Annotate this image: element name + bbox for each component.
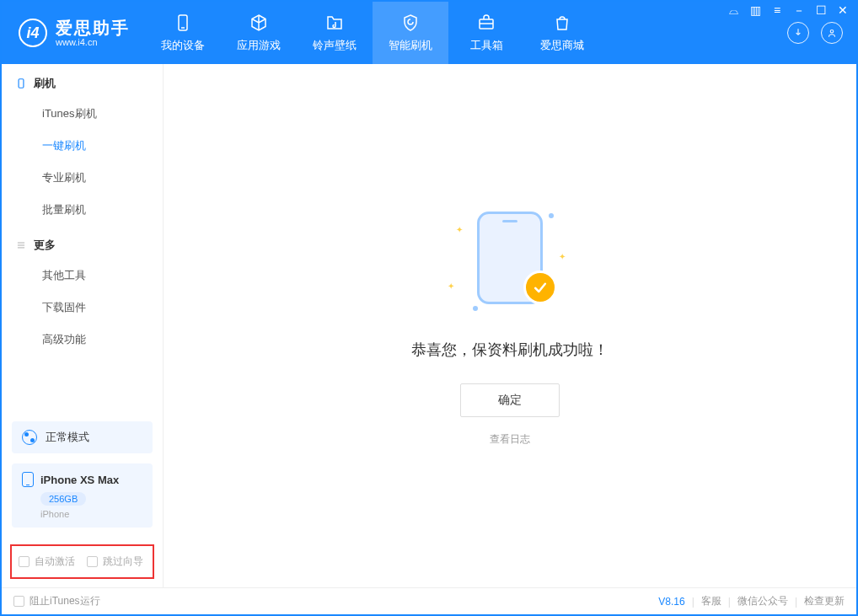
sidebar-item-oneclick[interactable]: 一键刷机 bbox=[2, 130, 163, 162]
app-name: 爱思助手 bbox=[56, 19, 130, 37]
toolbox-icon bbox=[476, 13, 496, 33]
statusbar: 阻止iTunes运行 V8.16 | 客服 | 微信公众号 | 检查更新 bbox=[2, 587, 856, 614]
settings-icon[interactable]: ▥ bbox=[748, 3, 762, 19]
menu-icon[interactable]: ≡ bbox=[770, 3, 784, 19]
maximize-button[interactable]: ☐ bbox=[814, 3, 828, 19]
main-content: ✦✦✦ 恭喜您，保资料刷机成功啦！ 确定 查看日志 bbox=[164, 64, 856, 587]
phone-outline-icon bbox=[15, 78, 27, 89]
logo: i4 爱思助手 www.i4.cn bbox=[2, 2, 145, 64]
sidebar-section-more: 更多 bbox=[2, 226, 163, 260]
svg-rect-4 bbox=[19, 79, 24, 88]
tab-device[interactable]: 我的设备 bbox=[145, 2, 221, 64]
success-illustration: ✦✦✦ bbox=[442, 205, 577, 314]
device-card[interactable]: iPhone XS Max 256GB iPhone bbox=[12, 463, 153, 528]
checkbox-auto-activate[interactable]: 自动激活 bbox=[19, 554, 75, 569]
view-log-link[interactable]: 查看日志 bbox=[490, 432, 530, 447]
body: 刷机 iTunes刷机 一键刷机 专业刷机 批量刷机 更多 其他工具 下载固件 … bbox=[2, 64, 856, 587]
cube-icon bbox=[249, 13, 269, 33]
window-controls: ⌓ ▥ ≡ － ☐ ✕ bbox=[727, 3, 850, 19]
ok-button[interactable]: 确定 bbox=[460, 383, 560, 417]
tab-flash[interactable]: 智能刷机 bbox=[373, 2, 448, 64]
tab-apps[interactable]: 应用游戏 bbox=[221, 2, 297, 64]
bag-icon bbox=[552, 13, 572, 33]
checkbox-icon bbox=[87, 556, 98, 567]
support-link[interactable]: 客服 bbox=[701, 594, 721, 608]
user-button[interactable] bbox=[821, 22, 843, 44]
options-highlight: 自动激活 跳过向导 bbox=[10, 544, 154, 579]
download-button[interactable] bbox=[787, 22, 809, 44]
tshirt-icon[interactable]: ⌓ bbox=[727, 3, 740, 19]
sidebar-item-other[interactable]: 其他工具 bbox=[2, 260, 163, 292]
sidebar-item-itunes[interactable]: iTunes刷机 bbox=[2, 98, 163, 130]
sidebar-item-firmware[interactable]: 下载固件 bbox=[2, 292, 163, 324]
sidebar-item-pro[interactable]: 专业刷机 bbox=[2, 162, 163, 194]
music-folder-icon bbox=[324, 13, 345, 33]
svg-point-3 bbox=[830, 30, 834, 34]
tab-store[interactable]: 爱思商城 bbox=[524, 2, 600, 64]
checkbox-block-itunes[interactable]: 阻止iTunes运行 bbox=[13, 594, 100, 608]
app-url: www.i4.cn bbox=[56, 37, 130, 47]
titlebar: ⌓ ▥ ≡ － ☐ ✕ i4 爱思助手 www.i4.cn 我的设备 应用游戏 … bbox=[2, 2, 856, 64]
device-icon bbox=[22, 472, 34, 487]
phone-icon bbox=[173, 13, 193, 33]
close-button[interactable]: ✕ bbox=[836, 3, 850, 19]
success-message: 恭喜您，保资料刷机成功啦！ bbox=[411, 340, 609, 360]
device-type: iPhone bbox=[40, 509, 142, 519]
list-icon bbox=[15, 239, 27, 251]
shield-icon bbox=[400, 13, 421, 33]
sidebar-section-flash: 刷机 bbox=[2, 64, 163, 98]
wechat-link[interactable]: 微信公众号 bbox=[737, 594, 788, 608]
tab-ringtone[interactable]: 铃声壁纸 bbox=[297, 2, 373, 64]
update-link[interactable]: 检查更新 bbox=[804, 594, 845, 608]
sidebar-item-batch[interactable]: 批量刷机 bbox=[2, 194, 163, 226]
check-icon bbox=[523, 271, 557, 304]
logo-icon: i4 bbox=[19, 19, 47, 47]
sidebar-item-advanced[interactable]: 高级功能 bbox=[2, 324, 163, 356]
checkbox-skip-guide[interactable]: 跳过向导 bbox=[87, 554, 143, 569]
tab-toolbox[interactable]: 工具箱 bbox=[448, 2, 524, 64]
main-tabs: 我的设备 应用游戏 铃声壁纸 智能刷机 工具箱 爱思商城 bbox=[145, 2, 600, 64]
version-label: V8.16 bbox=[658, 596, 684, 608]
device-name: iPhone XS Max bbox=[40, 474, 119, 486]
checkbox-icon bbox=[13, 596, 24, 607]
minimize-button[interactable]: － bbox=[792, 3, 806, 19]
mode-icon bbox=[22, 430, 37, 445]
checkbox-icon bbox=[19, 556, 29, 567]
sidebar: 刷机 iTunes刷机 一键刷机 专业刷机 批量刷机 更多 其他工具 下载固件 … bbox=[2, 64, 164, 587]
device-storage-badge: 256GB bbox=[40, 492, 86, 506]
mode-card[interactable]: 正常模式 bbox=[12, 421, 153, 453]
